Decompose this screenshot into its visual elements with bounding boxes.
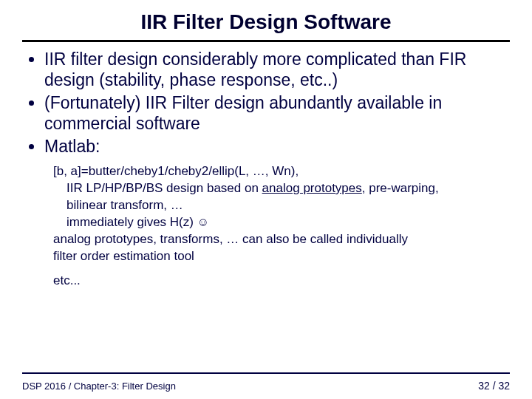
slide-title: IIR Filter Design Software [22, 10, 510, 34]
code-text: IIR LP/HP/BP/BS design based on [66, 181, 262, 195]
code-text: immediately gives H(z) [66, 215, 197, 229]
code-line: filter order estimation tool [33, 248, 510, 265]
footer-right: 32 / 32 [478, 380, 510, 392]
bullet-item: Matlab: [44, 137, 510, 157]
code-line: etc... [33, 273, 510, 290]
spacer [33, 265, 510, 273]
underline-text: analog prototypes [262, 181, 362, 195]
code-text: , pre-warping, [362, 181, 439, 195]
bullet-item: (Fortunately) IIR Filter design abundant… [44, 93, 510, 134]
code-line: bilinear transform, … [33, 197, 510, 214]
smiley-icon: ☺ [197, 214, 209, 231]
code-line: analog prototypes, transforms, … can als… [33, 231, 510, 248]
code-line: immediately gives H(z) ☺ [33, 214, 510, 231]
slide: IIR Filter Design Software IIR filter de… [0, 0, 532, 399]
title-rule [22, 40, 510, 42]
bullet-list: IIR filter design considerably more comp… [22, 50, 510, 157]
footer-left: DSP 2016 / Chapter-3: Filter Design [22, 381, 176, 392]
code-block: [b, a]=butter/cheby1/cheby2/ellip(L, …, … [33, 163, 510, 290]
code-line: [b, a]=butter/cheby1/cheby2/ellip(L, …, … [33, 163, 510, 180]
code-line: IIR LP/HP/BP/BS design based on analog p… [33, 180, 510, 197]
bullet-item: IIR filter design considerably more comp… [44, 50, 510, 90]
footer-rule [22, 372, 510, 374]
